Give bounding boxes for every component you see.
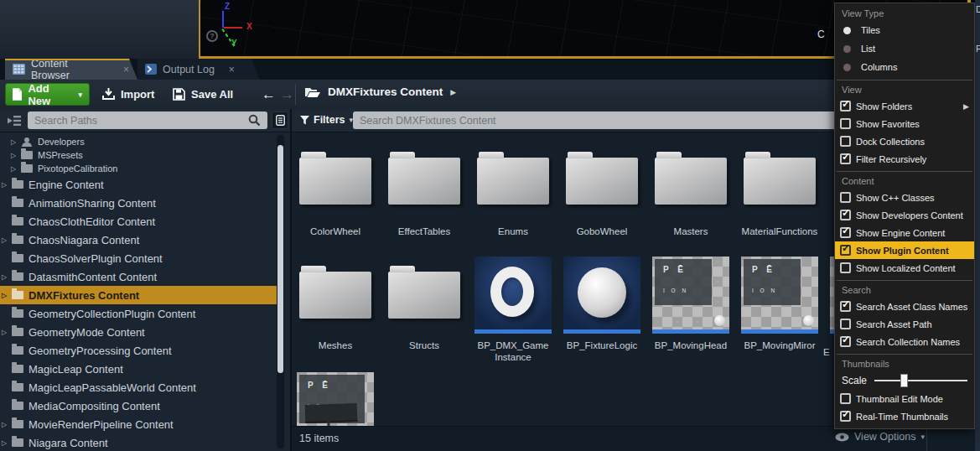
tree-item-pixotopecalibration[interactable]: ▷PixotopeCalibration xyxy=(0,162,290,175)
asset-tile-bp-movinghead[interactable]: P ĒI O N BP_MovingHead xyxy=(651,257,731,351)
thumbnail-scale-slider[interactable] xyxy=(874,380,967,381)
tree-item-label: DMXFixtures Content xyxy=(29,289,139,302)
tree-item-geometryprocessing[interactable]: GeometryProcessing Content xyxy=(0,341,290,360)
folder-icon xyxy=(744,158,816,205)
help-icon[interactable]: ? xyxy=(206,30,218,42)
close-tab-icon[interactable]: × xyxy=(123,64,129,75)
tree-item-dmxfixtures-selected[interactable]: ▷DMXFixtures Content xyxy=(0,286,277,304)
tile-label: BP_FixtureLogic xyxy=(562,340,642,351)
filters-button[interactable]: Filters ▾ xyxy=(300,114,353,126)
tree-item-label: AnimationSharing Content xyxy=(29,197,156,210)
folder-tile-gobowheel[interactable]: GoboWheel xyxy=(562,143,642,237)
close-tab-icon[interactable]: × xyxy=(229,64,235,75)
view-options-button[interactable]: View Options ▾ xyxy=(835,431,925,443)
menu-item-filter-recursively[interactable]: ✓Filter Recursively xyxy=(835,150,974,168)
blueprint-thumbnail: P ĒI O N xyxy=(297,372,374,426)
folder-icon xyxy=(12,217,23,226)
menu-item-dock-collections[interactable]: Dock Collections xyxy=(835,132,974,150)
menu-item-show-plugin-content-highlighted[interactable]: ✓Show Plugin Content xyxy=(835,241,974,259)
tree-item-magicleap[interactable]: MagicLeap Content xyxy=(0,360,290,378)
toolbar-divider xyxy=(295,84,296,105)
asset-tile-partial-bottom[interactable]: P ĒI O N xyxy=(295,372,376,426)
checkbox-unchecked-icon xyxy=(840,262,851,273)
expand-arrow-icon[interactable]: ▷ xyxy=(2,329,10,336)
menu-item-show-folders[interactable]: ✓Show Folders▶ xyxy=(835,97,974,115)
folder-tile-enums[interactable]: Enums xyxy=(473,143,553,237)
folder-tile-colorwheel[interactable]: ColorWheel xyxy=(295,143,376,237)
asset-tile-bp-movingmiror[interactable]: P ĒI O N BP_MovingMiror xyxy=(739,257,820,351)
breadcrumb-arrow-icon[interactable]: ▶ xyxy=(450,88,456,96)
saved-searches-button[interactable] xyxy=(272,111,288,129)
tree-scrollbar[interactable] xyxy=(277,135,284,448)
search-paths-input[interactable] xyxy=(28,111,267,129)
menu-item-search-collection-names[interactable]: ✓Search Collection Names xyxy=(835,333,974,350)
tree-item-developers[interactable]: ▷Developers xyxy=(0,135,290,148)
tree-item-niagara[interactable]: ▷Niagara Content xyxy=(0,433,290,451)
tree-item-engine-content[interactable]: ▷Engine Content xyxy=(0,175,290,194)
save-all-button[interactable]: Save All xyxy=(173,83,233,106)
folder-tile-meshes[interactable]: Meshes xyxy=(295,257,376,351)
tree-item-mediacompositing[interactable]: MediaCompositing Content xyxy=(0,397,290,415)
asset-tile-bp-dmx-game-instance[interactable]: BP_DMX_Game Instance xyxy=(473,257,553,363)
folder-tile-effecttables[interactable]: EffectTables xyxy=(384,143,464,237)
tree-item-animationsharing[interactable]: AnimationSharing Content xyxy=(0,194,290,212)
menu-item-columns[interactable]: Columns xyxy=(835,58,974,76)
expand-arrow-icon[interactable]: ▷ xyxy=(2,439,10,447)
tree-item-chaoscloth[interactable]: ChaosClothEditor Content xyxy=(0,212,290,231)
folder-icon xyxy=(12,199,23,207)
expand-arrow-icon[interactable]: ▷ xyxy=(2,421,10,428)
menu-separator xyxy=(837,80,972,80)
menu-item-show-engine-content[interactable]: ✓Show Engine Content xyxy=(835,224,974,241)
tree-item-geometrycollection[interactable]: GeometryCollectionPlugin Content xyxy=(0,304,290,323)
tree-item-datasmith[interactable]: ▷DatasmithContent Content xyxy=(0,267,290,286)
tree-item-label: Niagara Content xyxy=(29,437,108,449)
expand-arrow-icon[interactable]: ▷ xyxy=(2,181,10,189)
menu-item-search-asset-class-names[interactable]: ✓Search Asset Class Names xyxy=(835,298,974,315)
menu-item-show-developers-content[interactable]: ✓Show Developers Content xyxy=(835,206,974,224)
collapse-sources-icon[interactable] xyxy=(7,115,22,127)
tree-item-geometrymode[interactable]: ▷GeometryMode Content xyxy=(0,323,290,341)
menu-item-tiles[interactable]: Tiles xyxy=(835,21,974,39)
folder-tile-structs[interactable]: Structs xyxy=(384,257,464,351)
search-icon xyxy=(248,114,261,127)
scrollbar-thumb[interactable] xyxy=(277,145,283,373)
folder-tile-masters[interactable]: Masters xyxy=(651,143,731,237)
breadcrumb[interactable]: DMXFixtures Content ▶ xyxy=(305,86,456,98)
expand-arrow-icon[interactable]: ▷ xyxy=(11,152,19,159)
expand-arrow-icon[interactable]: ▷ xyxy=(11,138,19,146)
folder-icon xyxy=(388,158,460,205)
tile-label: BP_MovingHead xyxy=(651,340,731,351)
clipped-tile-label: E xyxy=(823,347,830,357)
expand-arrow-icon[interactable]: ▷ xyxy=(2,292,10,299)
save-all-label: Save All xyxy=(191,88,233,101)
tab-content-browser[interactable]: Content Browser × xyxy=(5,59,137,80)
slider-handle[interactable] xyxy=(900,374,908,387)
axis-z-label: Z xyxy=(225,2,230,11)
tile-label: EffectTables xyxy=(384,226,464,237)
tree-item-chaosniagara[interactable]: ▷ChaosNiagara Content xyxy=(0,231,290,249)
menu-item-show-cpp-classes[interactable]: Show C++ Classes xyxy=(835,189,974,206)
menu-item-show-favorites[interactable]: Show Favorites xyxy=(835,115,974,132)
asset-tile-bp-fixturelogic[interactable]: BP_FixtureLogic xyxy=(562,257,642,351)
menu-item-thumbnail-edit-mode[interactable]: Thumbnail Edit Mode xyxy=(835,390,974,407)
tree-item-mspresets[interactable]: ▷MSPresets xyxy=(0,148,290,162)
checkbox-checked-icon: ✓ xyxy=(840,301,851,312)
tree-item-label: GeometryCollectionPlugin Content xyxy=(29,308,195,320)
menu-item-realtime-thumbnails[interactable]: ✓Real-Time Thumbnails xyxy=(835,407,974,425)
back-arrow-icon[interactable]: ← xyxy=(262,86,276,103)
tab-output-log[interactable]: Output Log × xyxy=(137,59,260,80)
expand-arrow-icon[interactable]: ▷ xyxy=(11,165,19,173)
menu-separator xyxy=(837,354,972,355)
expand-arrow-icon[interactable]: ▷ xyxy=(2,236,10,244)
tree-item-chaossolver[interactable]: ChaosSolverPlugin Content xyxy=(0,249,290,267)
tree-item-magicleappassable[interactable]: MagicLeapPassableWorld Content xyxy=(0,378,290,397)
import-button[interactable]: Import xyxy=(102,83,154,106)
chevron-down-icon: ▾ xyxy=(920,433,925,441)
menu-item-list[interactable]: List xyxy=(835,39,974,58)
add-new-button[interactable]: Add New ▾ xyxy=(5,83,90,106)
tree-item-movierender[interactable]: ▷MovieRenderPipeline Content xyxy=(0,415,290,433)
folder-tile-materialfunctions[interactable]: MaterialFunctions xyxy=(739,143,820,237)
menu-item-show-localized-content[interactable]: Show Localized Content xyxy=(835,259,974,277)
expand-arrow-icon[interactable]: ▷ xyxy=(2,273,10,281)
menu-item-search-asset-path[interactable]: Search Asset Path xyxy=(835,315,974,333)
